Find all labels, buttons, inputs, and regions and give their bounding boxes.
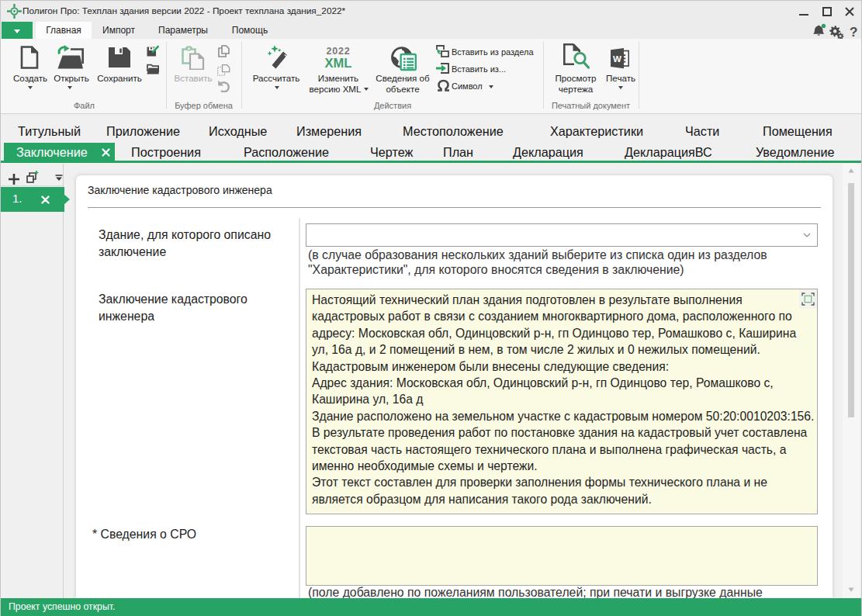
- svg-text:W: W: [613, 54, 621, 64]
